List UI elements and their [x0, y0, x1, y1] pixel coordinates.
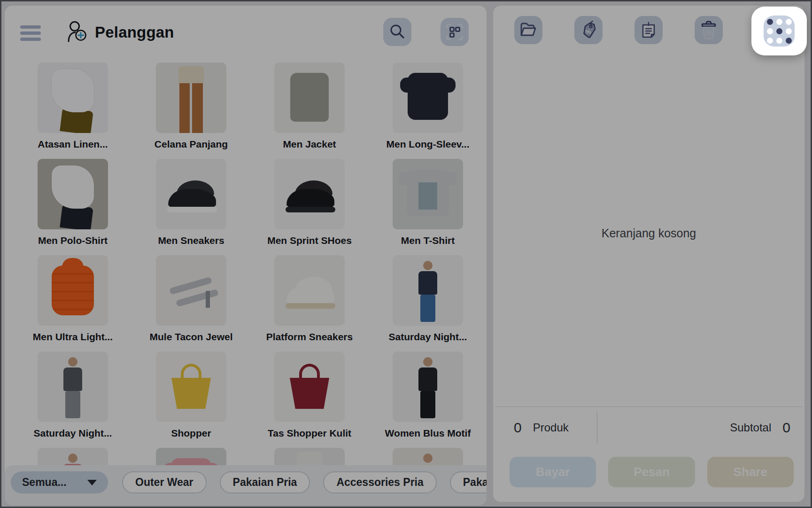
dots-menu-icon: [764, 16, 795, 47]
pos-screen: Pelanggan Atasan Linen...Celana PanjangM…: [0, 0, 812, 508]
dots-menu-button[interactable]: [751, 7, 807, 55]
tutorial-dim-overlay: [0, 0, 812, 508]
